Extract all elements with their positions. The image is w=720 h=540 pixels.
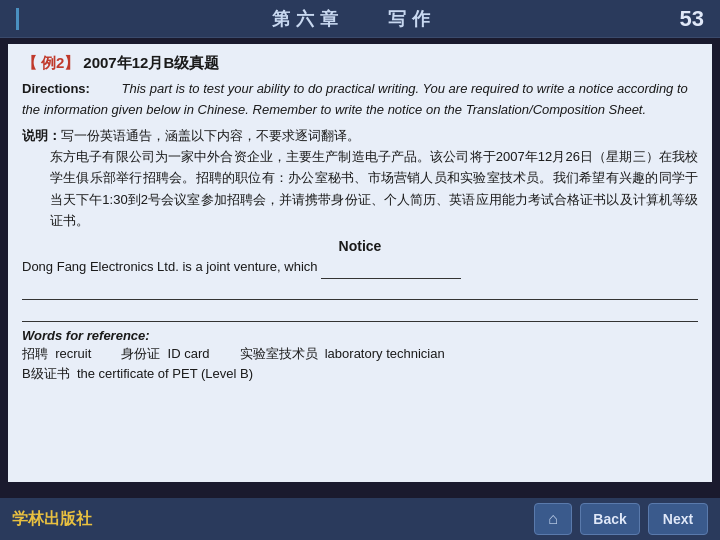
word3: 实验室技术员 laboratory technician xyxy=(240,345,445,363)
shuoming-label: 说明： xyxy=(22,128,61,143)
back-button[interactable]: Back xyxy=(580,503,640,535)
words-row-1: 招聘 recruit 身份证 ID card 实验室技术员 laboratory… xyxy=(22,345,698,363)
bracket-open: 【 xyxy=(22,54,37,73)
home-icon: ⌂ xyxy=(548,510,558,528)
words-section: Words for reference: 招聘 recruit 身份证 ID c… xyxy=(22,328,698,383)
notice-text: Dong Fang Electronics Ltd. is a joint ve… xyxy=(22,256,698,278)
fill-blank-1 xyxy=(321,256,461,279)
next-button[interactable]: Next xyxy=(648,503,708,535)
blank-line-1 xyxy=(22,282,698,300)
example-year: 2007年12月B级真题 xyxy=(83,54,219,73)
page-number: 53 xyxy=(680,6,704,32)
example-title: 【例2】2007年12月B级真题 xyxy=(22,54,698,73)
word2: 身份证 ID card xyxy=(121,345,209,363)
words-row-2: B级证书 the certificate of PET (Level B) xyxy=(22,365,698,383)
main-container: 第六章 写作 53 【例2】2007年12月B级真题 Directions: T… xyxy=(0,0,720,540)
directions-text: This part is to test your ability to do … xyxy=(22,81,688,117)
header-bar: 第六章 写作 53 xyxy=(0,0,720,38)
blank-line-2 xyxy=(22,304,698,322)
notice-section: Notice Dong Fang Electronics Ltd. is a j… xyxy=(22,238,698,322)
header-title: 第六章 写作 xyxy=(29,7,680,31)
directions-label: Directions: xyxy=(22,81,90,96)
chinese-paragraph: 东方电子有限公司为一家中外合资企业，主要生产制造电子产品。该公司将于2007年1… xyxy=(22,146,698,232)
shuoming-section: 说明：写一份英语通告，涵盖以下内容，不要求逐词翻译。 东方电子有限公司为一家中外… xyxy=(22,125,698,232)
header-divider xyxy=(16,8,19,30)
content-area: 【例2】2007年12月B级真题 Directions: This part i… xyxy=(8,44,712,482)
shuoming-text: 写一份英语通告，涵盖以下内容，不要求逐词翻译。 xyxy=(61,128,360,143)
topic-label: 写作 xyxy=(388,9,436,29)
notice-title: Notice xyxy=(22,238,698,254)
words-label: Words for reference: xyxy=(22,328,698,343)
footer-bar: 学林出版社 ⌂ Back Next xyxy=(0,498,720,540)
nav-buttons: ⌂ Back Next xyxy=(534,503,708,535)
home-button[interactable]: ⌂ xyxy=(534,503,572,535)
publisher-logo: 学林出版社 xyxy=(12,509,92,530)
example-label: 例2】 xyxy=(41,54,79,73)
word1: 招聘 recruit xyxy=(22,345,91,363)
directions-block: Directions: This part is to test your ab… xyxy=(22,79,698,121)
chapter-label: 第六章 xyxy=(272,9,344,29)
